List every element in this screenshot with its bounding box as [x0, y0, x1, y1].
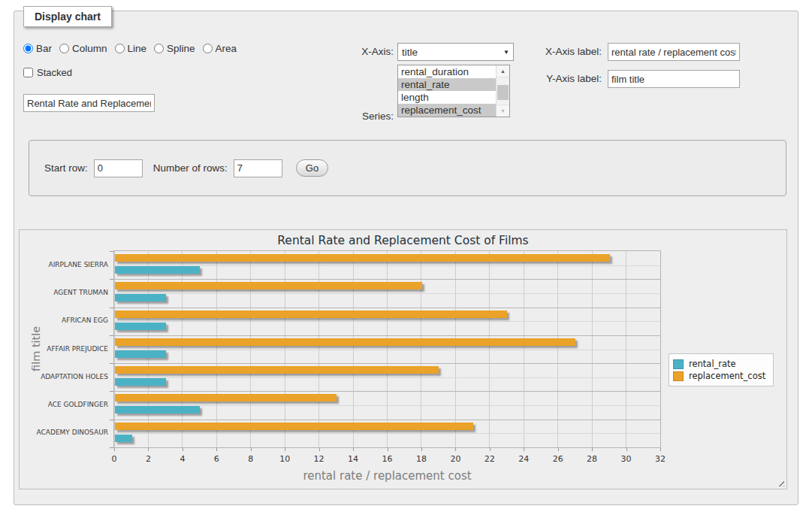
x-tick-label: 26	[547, 454, 569, 464]
bar-replacement_cost	[115, 366, 439, 374]
resize-handle-icon[interactable]	[776, 478, 784, 486]
x-tick-label: 4	[171, 454, 194, 464]
gridline	[114, 433, 660, 434]
chart-type-spline[interactable]: Spline	[154, 43, 195, 54]
start-row-input[interactable]	[94, 159, 143, 177]
x-tick	[148, 448, 149, 451]
chart-type-label: Bar	[36, 43, 52, 54]
chart-container: Rental Rate and Replacement Cost of Film…	[19, 229, 787, 489]
category-label: AIRPLANE SIERRA	[20, 261, 108, 268]
x-tick	[388, 448, 388, 451]
x-tick-label: 6	[205, 454, 228, 464]
chart-type-label: Area	[216, 43, 237, 54]
scrollbar-thumb[interactable]	[497, 85, 509, 100]
bar-replacement_cost	[115, 254, 610, 262]
category-label: ACADEMY DINOSAUR	[20, 429, 108, 436]
bar-replacement_cost	[115, 394, 337, 401]
y-tick	[110, 447, 113, 448]
y-tick	[110, 363, 113, 364]
x-tick-label: 18	[410, 454, 433, 464]
y-tick	[110, 251, 113, 252]
x-tick-label: 8	[240, 454, 262, 464]
gridline	[114, 321, 660, 322]
bar-rental_rate	[115, 266, 200, 274]
x-tick-label: 22	[478, 454, 501, 464]
series-option-rental_rate[interactable]: rental_rate	[398, 78, 496, 91]
plot-area	[114, 251, 660, 447]
category-label: AGENT TRUMAN	[20, 289, 108, 296]
x-axis-label-field-label: X-Axis label:	[533, 46, 602, 57]
rows-panel: Start row: Number of rows: Go	[29, 140, 786, 196]
num-rows-input[interactable]	[234, 159, 282, 177]
category-label: ADAPTATION HOLES	[20, 373, 108, 380]
bar-rental_rate	[115, 294, 166, 301]
bar-replacement_cost	[115, 282, 422, 289]
x-tick	[592, 448, 593, 451]
x-tick	[251, 448, 252, 451]
x-tick-label: 14	[342, 454, 364, 464]
y-tick	[110, 308, 113, 308]
gridline	[114, 363, 660, 364]
x-tick	[660, 448, 661, 451]
gridline	[114, 391, 660, 392]
x-axis-select[interactable]: title ▼	[397, 43, 514, 61]
go-button[interactable]: Go	[296, 159, 328, 177]
chart-title: Rental Rate and Replacement Cost of Film…	[20, 234, 786, 247]
chart-type-radio-column[interactable]	[59, 44, 69, 53]
x-tick	[524, 448, 524, 451]
bar-replacement_cost	[115, 423, 473, 430]
legend-swatch-rental_rate	[673, 359, 684, 369]
series-option-replacement_cost[interactable]: replacement_cost	[398, 104, 496, 117]
x-tick-label: 20	[444, 454, 466, 464]
gridline	[114, 308, 660, 308]
dropdown-arrow-icon: ▼	[500, 49, 513, 56]
category-label: ACE GOLDFINGER	[20, 401, 108, 408]
x-axis-label: X-Axis:	[337, 46, 394, 57]
scroll-up-icon[interactable]: ▲	[497, 65, 509, 77]
chart-type-bar[interactable]: Bar	[23, 43, 52, 54]
legend-swatch-replacement_cost	[673, 371, 684, 381]
x-tick	[285, 448, 285, 451]
x-tick	[183, 448, 183, 451]
x-tick-label: 12	[308, 454, 331, 464]
chart-type-label: Column	[72, 43, 107, 54]
chart-type-radio-bar[interactable]	[23, 44, 33, 53]
chart-type-column[interactable]: Column	[59, 43, 107, 54]
stacked-option[interactable]: Stacked	[23, 67, 72, 78]
x-tick-label: 28	[581, 454, 603, 464]
series-option-rental_duration[interactable]: rental_duration	[398, 65, 496, 78]
y-tick	[110, 279, 113, 280]
x-tick-label: 10	[273, 454, 296, 464]
x-tick-label: 30	[615, 454, 638, 464]
x-tick	[421, 448, 422, 451]
display-chart-panel: Display chart BarColumnLineSplineArea St…	[14, 11, 798, 505]
y-axis-title: film title	[30, 326, 42, 371]
bar-rental_rate	[115, 435, 132, 442]
x-tick-label: 16	[376, 454, 399, 464]
x-axis-label-input[interactable]	[608, 43, 740, 61]
x-axis-title: rental rate / replacement cost	[114, 469, 660, 483]
bar-replacement_cost	[115, 338, 575, 346]
gridline	[114, 420, 660, 420]
scroll-down-icon[interactable]: ▼	[497, 105, 509, 117]
x-tick	[353, 448, 354, 451]
chart-title-input[interactable]	[23, 94, 155, 112]
category-label: AFRICAN EGG	[20, 317, 108, 324]
stacked-checkbox[interactable]	[23, 68, 33, 77]
x-tick	[490, 448, 491, 451]
chart-type-radio-line[interactable]	[115, 44, 125, 53]
y-axis-label-input[interactable]	[608, 70, 740, 88]
chart-type-area[interactable]: Area	[203, 43, 237, 54]
x-tick-label: 32	[649, 454, 672, 464]
start-row-label: Start row:	[44, 162, 88, 174]
x-tick	[626, 448, 627, 451]
series-scrollbar[interactable]: ▲ ▼	[496, 65, 509, 117]
series-listbox[interactable]: rental_durationrental_ratelengthreplacem…	[397, 65, 510, 117]
chart-type-radio-area[interactable]	[203, 44, 213, 53]
chart-type-radio-spline[interactable]	[154, 44, 164, 53]
legend-label: rental_rate	[689, 359, 736, 369]
y-tick	[110, 391, 113, 392]
series-option-length[interactable]: length	[398, 91, 496, 104]
y-tick	[110, 335, 113, 336]
chart-type-line[interactable]: Line	[115, 43, 147, 54]
